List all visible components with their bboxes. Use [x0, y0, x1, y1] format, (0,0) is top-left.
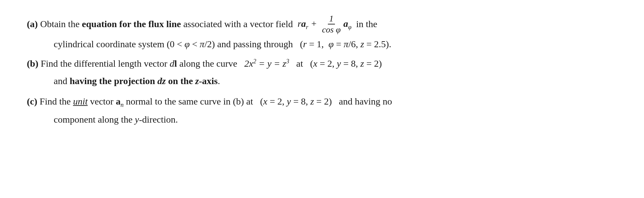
problem-b: (b) Find the differential length vector … [27, 56, 617, 89]
fraction: 1 cos φ [321, 13, 342, 35]
text-b-at: at (x = 2, y = 8, z = 2) [292, 58, 382, 69]
field-a: aφ [343, 16, 351, 32]
problem-c-line2: component along the y-direction. [27, 112, 617, 128]
field-expression: rar + 1 cos φ aφ [298, 13, 352, 35]
problem-a-line2: cylindrical coordinate system (0 < φ < π… [27, 36, 617, 52]
problem-a-line1: (a) Obtain the equation for the flux lin… [27, 13, 617, 35]
text-c-find: Find the unit vector an normal to the sa… [40, 96, 392, 107]
text-a-obtain: Obtain the [38, 16, 82, 32]
fraction-denominator: cos φ [321, 24, 342, 35]
problem-c: (c) Find the unit vector an normal to th… [27, 93, 617, 127]
field-r: rar + [298, 16, 319, 32]
text-a-associated: associated with a vector field [181, 16, 298, 32]
text-a-bold: equation for the flux line [82, 16, 181, 32]
label-a: (a) [27, 16, 38, 32]
main-content: (a) Obtain the equation for the flux lin… [27, 13, 617, 127]
problem-a: (a) Obtain the equation for the flux lin… [27, 13, 617, 52]
fraction-numerator: 1 [328, 13, 335, 24]
equation-b: 2x2 = y = z3 [244, 58, 289, 69]
text-b-find: Find the differential length vector dl a… [41, 58, 242, 69]
label-b: (b) [27, 58, 38, 69]
label-c: (c) [27, 96, 37, 107]
problem-b-line2: and having the projection dz on the z-ax… [27, 73, 617, 89]
problem-b-line1: (b) Find the differential length vector … [27, 56, 617, 72]
problem-c-line1: (c) Find the unit vector an normal to th… [27, 93, 617, 110]
text-a-in-the: in the [351, 16, 377, 32]
